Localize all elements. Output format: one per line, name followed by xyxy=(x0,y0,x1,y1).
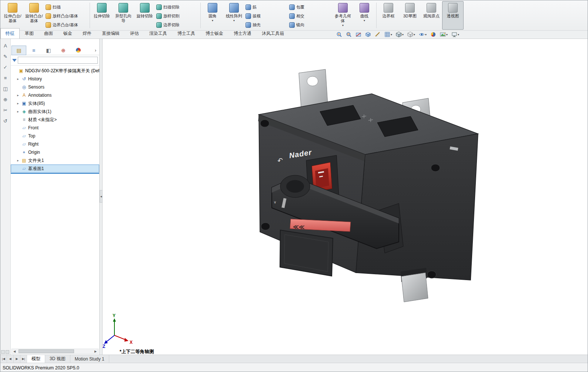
ribbon-tab-sheet-metal[interactable]: 钣金 xyxy=(58,28,77,39)
configuration-manager-tab[interactable]: ◧ xyxy=(41,46,56,55)
study-nav-button-1[interactable]: ◀ xyxy=(7,355,14,363)
tree-item[interactable]: ▱基准面1 xyxy=(11,165,99,173)
display-style-button[interactable]: ▾ xyxy=(407,31,416,39)
revolve-cut-button[interactable]: 旋转切除 xyxy=(134,1,156,30)
bottom-tab-model[interactable]: 模型 xyxy=(27,355,45,363)
fillet-button[interactable]: 圆角▾ xyxy=(202,1,223,30)
tree-item[interactable]: ▸◈曲面实体(1) xyxy=(11,107,99,116)
expand-arrow-icon[interactable]: ▸ xyxy=(16,77,20,81)
ribbon-tab-boshi-tools[interactable]: 博士工具 xyxy=(172,28,200,39)
expand-arrow-icon[interactable]: ▸ xyxy=(16,110,20,113)
target-button[interactable]: ⊕ xyxy=(2,96,9,103)
ribbon-tab-weldments[interactable]: 焊件 xyxy=(77,28,97,39)
wrap-button[interactable]: 包覆 xyxy=(288,3,332,11)
tree-item[interactable]: ▱Front xyxy=(11,124,99,132)
bottom-tab-motion-study-1[interactable]: Motion Study 1 xyxy=(70,355,109,363)
tree-item[interactable]: ▸▣实体(85) xyxy=(11,99,99,107)
extrude-boss-button[interactable]: 拉伸凸台/基体 xyxy=(2,1,23,30)
scissors-button[interactable]: ✂ xyxy=(2,106,9,114)
tree-item[interactable]: ◎Sensors xyxy=(11,83,99,91)
ribbon-tab-render-tools[interactable]: 渲染工具 xyxy=(144,28,172,39)
filter-input[interactable] xyxy=(18,57,98,64)
hole-wizard-button[interactable]: 异型孔向导 xyxy=(113,1,134,30)
pencil-button[interactable]: ✎ xyxy=(2,53,9,60)
feature-manager-tab[interactable]: ▤ xyxy=(11,46,26,55)
tree-item-label: 文件夹1 xyxy=(28,157,44,164)
tree-item[interactable]: ▸AAnnotations xyxy=(11,91,99,99)
scroll-thumb[interactable] xyxy=(19,349,74,353)
property-manager-tab[interactable]: ≡ xyxy=(26,46,41,55)
scroll-box[interactable] xyxy=(6,350,9,354)
ribbon-tab-mufeng-toolbox[interactable]: 沐风工具箱 xyxy=(257,28,289,39)
zoom-area-button[interactable] xyxy=(345,31,353,39)
expand-arrow-icon[interactable]: ▸ xyxy=(16,102,20,105)
display-manager-tab[interactable] xyxy=(71,46,86,55)
view-orientation-button[interactable]: ▾ xyxy=(395,31,404,39)
hide-show-button[interactable]: ▾ xyxy=(418,31,427,39)
edit-appearance-button[interactable] xyxy=(430,31,437,39)
3d-sketch-button[interactable]: 3D草图 xyxy=(399,1,421,30)
section-view-button[interactable] xyxy=(355,31,362,39)
scroll-left-arrow-icon[interactable]: ◀ xyxy=(12,349,17,353)
study-nav-button-0[interactable]: |◀ xyxy=(0,355,7,363)
ribbon-tab-boshi-sheet-metal[interactable]: 博士钣金 xyxy=(200,28,228,39)
perspective-button[interactable]: 透视图 xyxy=(442,1,464,30)
grid-button[interactable]: ▾ xyxy=(384,31,393,39)
scroll-right-arrow-icon[interactable]: ▶ xyxy=(93,349,98,353)
model-canvas[interactable]: Nader ↶ ∨ xyxy=(103,39,588,355)
ribbon-tab-sketch[interactable]: 草图 xyxy=(20,28,39,39)
loft-button[interactable]: 放样凸台/基体 xyxy=(45,11,88,20)
mirror-button[interactable]: 镜向 xyxy=(288,20,332,29)
draft-button[interactable]: 拔模 xyxy=(245,11,288,20)
loft-cut-button[interactable]: 放样切割 xyxy=(156,11,199,20)
revolve-boss-button[interactable]: 旋转凸台/基体 xyxy=(23,1,45,30)
bottom-tab-3d-views[interactable]: 3D 视图 xyxy=(45,355,70,363)
annotation-a-button[interactable]: A xyxy=(2,42,9,49)
intersect-button[interactable]: 相交 xyxy=(288,11,332,20)
apply-scene-button[interactable]: ▾ xyxy=(439,31,448,39)
expand-arrow-icon[interactable]: ▸ xyxy=(16,159,20,162)
ribbon-tab-features[interactable]: 特征 xyxy=(0,28,20,39)
dimxpert-manager-tab[interactable]: ⊕ xyxy=(56,46,71,55)
reference-triad[interactable]: Y X Z xyxy=(103,313,133,349)
extrude-cut-button[interactable]: 拉伸切除 xyxy=(91,1,113,30)
panel-tabs-chevron-icon[interactable]: › xyxy=(93,48,98,53)
tree-item[interactable]: ≡材质 <未指定> xyxy=(11,116,99,124)
linear-pattern-icon xyxy=(229,3,239,13)
reference-geometry-button[interactable]: 参考几何体▾ xyxy=(332,1,354,30)
panel-horizontal-scrollbar[interactable]: ◀ ▶ xyxy=(11,349,98,354)
zoom-fit-button[interactable] xyxy=(335,31,343,39)
sweep-cut-button[interactable]: 扫描切除 xyxy=(156,3,199,11)
panel-splitter[interactable]: ◂ xyxy=(100,39,103,355)
view-origin-button[interactable]: 观阅原点 xyxy=(421,1,442,30)
window-button[interactable]: ◫ xyxy=(2,85,9,92)
curves-button[interactable]: 曲线▾ xyxy=(354,1,375,30)
bounding-box-button[interactable]: 边界框 xyxy=(378,1,399,30)
measure-button[interactable] xyxy=(374,31,381,39)
sweep-button[interactable]: 扫描 xyxy=(45,3,88,11)
tree-root-item[interactable]: ▣NDG3V-500-2ZK带手操隔离开关 (Def xyxy=(11,67,99,75)
view-cube-button[interactable] xyxy=(364,31,372,39)
stack-button[interactable]: ≡ xyxy=(2,74,9,82)
linear-pattern-button[interactable]: 线性阵列▾ xyxy=(223,1,245,30)
scroll-box[interactable] xyxy=(1,350,5,354)
tree-item[interactable]: ▸↺History xyxy=(11,75,99,83)
graphics-viewport[interactable]: Nader ↶ ∨ xyxy=(103,39,588,355)
study-nav-button-2[interactable]: ▶ xyxy=(14,355,20,363)
rib-button[interactable]: 筋 xyxy=(245,3,288,11)
tree-item[interactable]: ▱Right xyxy=(11,140,99,148)
rotate-button[interactable]: ↺ xyxy=(2,117,9,124)
spellcheck-button[interactable]: ✓ xyxy=(2,63,9,71)
monitor-button[interactable]: ▾ xyxy=(451,31,460,39)
ribbon-tab-evaluate[interactable]: 评估 xyxy=(125,28,144,39)
expand-arrow-icon[interactable]: ▸ xyxy=(16,93,20,97)
panel-collapse-chevron-icon[interactable]: ◂ xyxy=(100,190,103,203)
ribbon-tab-surface[interactable]: 曲面 xyxy=(39,28,58,39)
tree-item[interactable]: ⌖Origin xyxy=(11,148,99,156)
tree-item[interactable]: ▱Top xyxy=(11,132,99,140)
scroll-track[interactable] xyxy=(17,349,93,353)
ribbon-tab-direct-editing[interactable]: 直接编辑 xyxy=(97,28,125,39)
ribbon-tab-boshi-fangtong[interactable]: 博士方通 xyxy=(228,28,257,39)
tree-item[interactable]: ▸▤文件夹1 xyxy=(11,156,99,165)
study-nav-button-3[interactable]: ▶| xyxy=(20,355,27,363)
